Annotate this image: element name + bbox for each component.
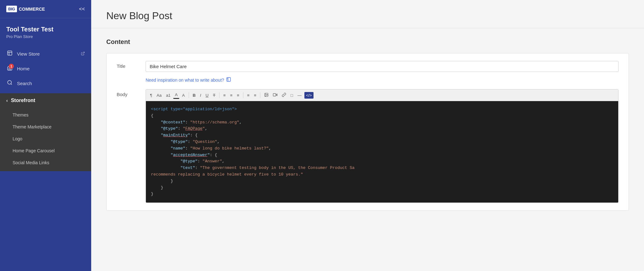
toolbar-font-bg[interactable]: A [180,92,186,99]
toolbar-italic[interactable]: I [198,92,203,99]
home-label: Home [17,66,30,71]
toolbar-sep-2 [219,92,219,98]
toolbar-video[interactable] [271,92,279,99]
toolbar-bold[interactable]: B [191,92,197,99]
toolbar-font[interactable]: Aa [155,92,163,99]
toolbar-strikethrough[interactable]: T [211,92,217,99]
toolbar-align-center[interactable]: ≡ [229,92,234,99]
storefront-label: Storefront [11,98,35,103]
body-label: Body [117,89,136,97]
svg-line-1 [82,52,84,54]
svg-rect-0 [8,51,12,55]
storefront-section: ‹ Storefront Themes Theme Marketplace Lo… [0,93,91,171]
sidebar: BIG COMMERCE << Tool Tester Test Pro Pla… [0,0,91,271]
svg-point-2 [8,80,11,84]
toolbar-box[interactable]: □ [289,92,295,99]
code-editor[interactable]: <script type="application/ld+json"> { "@… [146,101,618,203]
sidebar-nav: View Store 1 Home Search [0,44,91,93]
toolbar-font-size[interactable]: a1 [164,92,172,99]
editor-toolbar: ¶ Aa a1 A A B I U T ≡ ≡ ≡ [146,89,618,101]
search-icon [6,80,13,87]
store-name: Tool Tester Test [6,26,85,33]
page-title: New Blog Post [106,10,629,22]
chevron-left-icon: ‹ [6,98,8,103]
sidebar-item-social-media-links[interactable]: Social Media Links [0,157,91,169]
external-link-icon [81,51,85,57]
svg-marker-7 [276,94,277,96]
sidebar-item-themes[interactable]: Themes [0,109,91,121]
body-field-row: Body ¶ Aa a1 A A B I U T [117,89,619,203]
toolbar-ordered-list[interactable]: ≡ [246,92,251,99]
toolbar-hr[interactable]: — [296,92,303,99]
toolbar-unordered-list[interactable]: ≡ [252,92,258,99]
inspiration-link[interactable]: Need inspiration on what to write about? [146,77,619,83]
svg-rect-4 [227,78,230,81]
toolbar-align-left[interactable]: ≡ [222,92,227,99]
sidebar-item-logo[interactable]: Logo [0,133,91,145]
section-title: Content [106,38,629,46]
store-plan: Pro Plan Store [6,34,85,39]
content-card: Title Need inspiration on what to write … [106,53,629,211]
editor-container: ¶ Aa a1 A A B I U T ≡ ≡ ≡ [146,89,619,203]
logo: BIG COMMERCE [6,6,45,12]
main-content: New Blog Post Content Title Need inspira… [91,0,644,271]
search-label: Search [17,81,32,86]
toolbar-code[interactable]: </> [304,92,314,99]
toolbar-underline[interactable]: U [204,92,210,99]
title-field-row: Title [117,61,619,72]
inspiration-icon [226,77,231,83]
svg-rect-8 [273,93,276,96]
storefront-sub-items: Themes Theme Marketplace Logo Home Page … [0,108,91,171]
logo-text: COMMERCE [19,7,45,12]
sidebar-item-search[interactable]: Search [0,76,91,91]
home-badge: 1 [9,64,14,69]
svg-point-6 [265,94,266,95]
toolbar-paragraph[interactable]: ¶ [148,92,154,99]
toolbar-font-color[interactable]: A [173,91,179,99]
page-header: New Blog Post [91,0,644,28]
logo-box: BIG [6,6,17,12]
collapse-button[interactable]: << [79,6,85,12]
sidebar-item-home-page-carousel[interactable]: Home Page Carousel [0,145,91,157]
inspiration-text: Need inspiration on what to write about? [146,78,224,83]
sidebar-item-view-store[interactable]: View Store [0,46,91,61]
sidebar-header: BIG COMMERCE << [0,0,91,18]
svg-line-3 [11,84,12,84]
store-info: Tool Tester Test Pro Plan Store [0,18,91,44]
toolbar-align-right[interactable]: ≡ [235,92,241,99]
view-store-label: View Store [17,51,40,57]
toolbar-image[interactable] [263,92,270,99]
sidebar-item-theme-marketplace[interactable]: Theme Marketplace [0,121,91,133]
title-label: Title [117,61,136,69]
toolbar-sep-3 [243,92,243,98]
title-input[interactable] [146,61,619,72]
toolbar-link[interactable] [280,92,288,99]
content-area: Content Title Need inspiration on what t… [91,28,644,221]
toolbar-sep-1 [189,92,189,98]
storefront-header[interactable]: ‹ Storefront [0,93,91,108]
store-icon [6,50,13,57]
toolbar-sep-4 [260,92,260,98]
sidebar-item-home[interactable]: 1 Home [0,61,91,76]
